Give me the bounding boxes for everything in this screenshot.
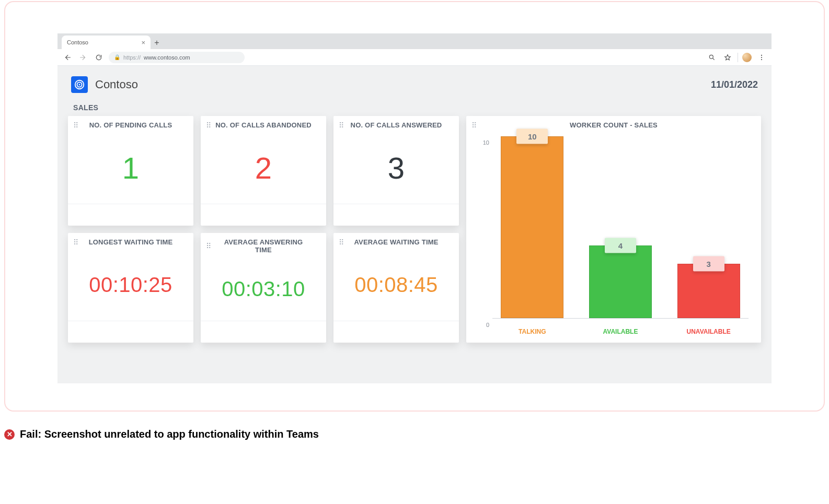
chart-x-axis: TALKINGAVAILABLEUNAVAILABLE <box>492 321 749 343</box>
bar-value-label: 10 <box>516 129 548 144</box>
address-bar[interactable]: 🔒 https://www.contoso.com <box>109 52 245 63</box>
card-title: NO. OF CALLS ANSWERED <box>348 121 454 129</box>
tab-title: Contoso <box>67 39 88 45</box>
y-tick-label: 10 <box>483 139 489 146</box>
back-button[interactable] <box>62 52 73 63</box>
card-pending-calls: ⠿ NO. OF PENDING CALLS 1 <box>68 116 193 226</box>
magnifier-icon <box>708 54 716 61</box>
brand: Contoso <box>71 76 138 93</box>
zoom-search-icon[interactable] <box>706 52 718 63</box>
y-tick-label: 0 <box>486 322 489 328</box>
bar-value-label: 3 <box>693 256 724 271</box>
bar <box>589 245 652 318</box>
metric-value: 00:03:10 <box>222 277 305 301</box>
toolbar-separator <box>738 53 738 62</box>
browser-window: Contoso × + 🔒 https://www.contoso.com <box>57 33 772 383</box>
card-footer <box>201 204 326 226</box>
dashboard-date: 11/01/2022 <box>711 79 758 90</box>
kebab-menu[interactable] <box>756 52 767 63</box>
svg-point-3 <box>761 59 762 60</box>
metric-value: 2 <box>255 150 272 185</box>
chart-area: 010 1043 TALKINGAVAILABLEUNAVAILABLE <box>466 132 761 343</box>
example-frame: Contoso × + 🔒 https://www.contoso.com <box>4 1 825 412</box>
close-tab-icon[interactable]: × <box>141 39 145 46</box>
metric-value: 00:08:45 <box>354 273 438 297</box>
drag-handle-icon[interactable]: ⠿ <box>206 122 210 129</box>
swirl-icon <box>74 79 85 90</box>
card-calls-abandoned: ⠿ NO. OF CALLS ABANDONED 2 <box>201 116 326 226</box>
svg-point-6 <box>79 84 80 86</box>
browser-tab[interactable]: Contoso × <box>62 36 151 49</box>
x-category-label: AVAILABLE <box>589 328 652 335</box>
chart-bars: 1043 <box>492 136 749 318</box>
chart-bar-talking: 10 <box>501 136 563 318</box>
card-title: LONGEST WAITING TIME <box>83 238 188 246</box>
metric-value: 1 <box>122 150 139 185</box>
drag-handle-icon[interactable]: ⠿ <box>73 122 77 129</box>
card-title: AVERAGE WAITING TIME <box>348 238 454 246</box>
fail-caption: Fail: Screenshot unrelated to app functi… <box>20 428 319 440</box>
chart-y-axis: 010 <box>476 136 489 319</box>
url-host: www.contoso.com <box>144 54 190 61</box>
reload-button[interactable] <box>93 52 105 63</box>
lock-icon: 🔒 <box>114 54 120 60</box>
metric-value: 00:10:25 <box>89 273 172 297</box>
chart-bar-available: 4 <box>589 136 652 318</box>
star-icon <box>724 54 731 61</box>
chart-bar-unavailable: 3 <box>677 136 740 318</box>
bookmark-star-icon[interactable] <box>722 52 733 63</box>
card-calls-answered: ⠿ NO. OF CALLS ANSWERED 3 <box>333 116 459 226</box>
arrow-right-icon <box>79 54 87 61</box>
drag-handle-icon[interactable]: ⠿ <box>206 242 210 250</box>
brand-name: Contoso <box>95 78 138 91</box>
card-footer <box>201 321 326 343</box>
card-footer <box>333 204 459 226</box>
metric-value: 3 <box>388 150 405 185</box>
tab-strip: Contoso × + <box>57 33 772 49</box>
card-title: AVERAGE ANSWERING TIME <box>215 238 321 254</box>
card-worker-count-chart: ⠿ WORKER COUNT - SALES 010 1043 TALKINGA… <box>466 116 761 343</box>
brand-logo <box>71 76 88 93</box>
bar-value-label: 4 <box>605 238 636 253</box>
dashboard-grid: ⠿ NO. OF PENDING CALLS 1 ⠿ NO. OF CALLS … <box>57 116 772 353</box>
more-vertical-icon <box>758 54 765 61</box>
chart-title: WORKER COUNT - SALES <box>481 121 756 129</box>
x-category-label: TALKING <box>501 328 563 335</box>
fail-caption-row: ✕ Fail: Screenshot unrelated to app func… <box>4 428 319 440</box>
drag-handle-icon[interactable]: ⠿ <box>339 122 343 129</box>
card-avg-answering: ⠿ AVERAGE ANSWERING TIME 00:03:10 <box>201 233 326 343</box>
card-longest-waiting: ⠿ LONGEST WAITING TIME 00:10:25 <box>68 233 193 343</box>
svg-point-1 <box>761 54 762 55</box>
card-footer <box>68 321 193 343</box>
card-avg-waiting: ⠿ AVERAGE WAITING TIME 00:08:45 <box>333 233 459 343</box>
svg-point-2 <box>761 56 762 57</box>
x-category-label: UNAVAILABLE <box>677 328 740 335</box>
bar <box>501 136 563 318</box>
drag-handle-icon[interactable]: ⠿ <box>471 122 476 129</box>
drag-handle-icon[interactable]: ⠿ <box>339 239 343 246</box>
card-title: NO. OF CALLS ABANDONED <box>215 121 321 129</box>
forward-button[interactable] <box>77 52 89 63</box>
reload-icon <box>95 54 102 61</box>
browser-toolbar: 🔒 https://www.contoso.com <box>57 49 772 66</box>
bar <box>677 264 740 318</box>
url-scheme: https:// <box>123 54 141 61</box>
section-label: SALES <box>57 96 772 116</box>
svg-point-0 <box>709 55 713 58</box>
drag-handle-icon[interactable]: ⠿ <box>73 239 77 246</box>
fail-icon: ✕ <box>4 429 15 440</box>
page-content: Contoso 11/01/2022 SALES ⠿ NO. OF PENDIN… <box>57 66 772 383</box>
chart-plot: 1043 <box>492 136 749 319</box>
new-tab-button[interactable]: + <box>151 37 163 49</box>
page-header: Contoso 11/01/2022 <box>57 66 772 96</box>
profile-avatar[interactable] <box>742 53 752 62</box>
card-title: NO. OF PENDING CALLS <box>83 121 188 129</box>
card-footer <box>333 321 459 343</box>
card-footer <box>68 204 193 226</box>
arrow-left-icon <box>64 54 71 61</box>
